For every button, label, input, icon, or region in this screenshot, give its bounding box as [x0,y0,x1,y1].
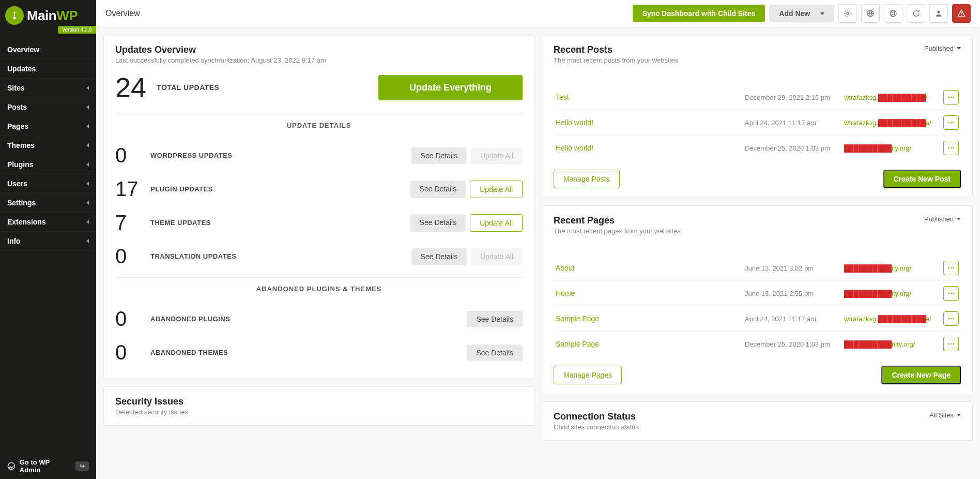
item-date: December 25, 2020 1:03 pm [745,144,838,152]
sidebar-item-posts[interactable]: Posts [0,98,96,117]
update-label: PLUGIN UPDATES [150,185,401,193]
chevron-left-icon [86,220,89,224]
page-title: Overview [105,9,140,18]
sidebar-item-updates[interactable]: Updates [0,59,96,79]
see-details-button[interactable]: See Details [410,181,466,198]
sidebar-item-pages[interactable]: Pages [0,117,96,136]
see-details-button[interactable]: See Details [410,214,466,232]
globe-icon-button[interactable] [861,4,880,23]
chevron-left-icon [86,86,89,90]
sidebar-item-themes[interactable]: Themes [0,136,96,155]
item-title-link[interactable]: Hello world! [556,144,739,152]
item-title-link[interactable]: Sample Page [556,340,739,348]
main: Overview Sync Dashboard with Child Sites… [96,0,980,479]
connection-filter-dropdown[interactable]: All Sites [929,411,961,419]
create-new-page-button[interactable]: Create New Page [881,366,961,384]
item-actions-button[interactable]: ⋯ [943,141,959,155]
pages-filter-dropdown[interactable]: Published [924,215,961,223]
item-site-link[interactable]: wtrafazksg.██████████/ [844,94,937,101]
see-details-button[interactable]: See Details [467,311,523,327]
chevron-left-icon [86,105,89,109]
recent-pages-title: Recent Pages [554,215,681,226]
sidebar-item-users[interactable]: Users [0,174,96,193]
connection-subtitle: Child sites connection status [554,423,639,431]
sidebar-item-plugins[interactable]: Plugins [0,155,96,174]
svg-point-5 [892,12,894,14]
update-all-button: Update All [471,248,523,265]
item-actions-button[interactable]: ⋯ [943,337,959,351]
content: Updates Overview Last successfully compl… [96,27,980,479]
updates-title: Updates Overview [115,44,326,55]
chevron-left-icon [86,162,89,167]
total-updates-count: 24 [115,73,146,101]
item-site-link[interactable]: ██████████ity.org/ [844,290,937,297]
sidebar-nav: OverviewUpdatesSitesPostsPagesThemesPlug… [0,40,96,251]
connection-title: Connection Status [554,411,639,422]
alert-icon-button[interactable] [952,4,971,23]
item-site-link[interactable]: ██████████ity.org/ [844,264,937,272]
item-actions-button[interactable]: ⋯ [943,115,959,130]
item-title-link[interactable]: About [556,264,739,272]
update-row: 7 THEME UPDATES See Details Update All [115,206,523,240]
abandoned-row: 0 ABANDONED PLUGINS See Details [115,302,523,336]
recent-posts-card: Recent Posts The most recent posts from … [542,35,973,198]
posts-filter-dropdown[interactable]: Published [924,44,961,52]
update-label: TRANSLATION UPDATES [150,252,402,260]
item-title-link[interactable]: Sample Page [556,315,739,323]
sidebar-footer[interactable]: Go to WP Admin ↪ [0,453,96,479]
item-title-link[interactable]: Test [556,93,739,101]
svg-point-0 [13,17,16,20]
item-site-link[interactable]: ██████████nity.org/ [844,340,937,348]
manage-pages-button[interactable]: Manage Pages [554,366,622,384]
item-actions-button[interactable]: ⋯ [943,90,959,104]
sidebar-item-label: Pages [7,122,28,130]
security-subtitle: Detected security issues [115,408,523,416]
sidebar-item-info[interactable]: Info [0,232,96,251]
sidebar-item-label: Extensions [7,218,46,226]
item-actions-button[interactable]: ⋯ [943,261,959,275]
see-details-button[interactable]: See Details [411,248,467,265]
chat-icon-button[interactable] [907,4,925,23]
sidebar-item-overview[interactable]: Overview [0,40,96,59]
sidebar-item-settings[interactable]: Settings [0,193,96,213]
help-icon-button[interactable] [884,4,902,23]
update-count: 17 [115,177,141,201]
goto-wp-admin-button[interactable]: ↪ [75,461,89,471]
item-actions-button[interactable]: ⋯ [943,286,959,301]
item-actions-button[interactable]: ⋯ [943,311,959,326]
see-details-button[interactable]: See Details [467,345,523,361]
item-date: December 25, 2020 1:03 pm [745,340,838,348]
update-row: 17 PLUGIN UPDATES See Details Update All [115,172,523,206]
item-title-link[interactable]: Hello world! [556,118,739,127]
item-title-link[interactable]: Home [556,289,739,297]
svg-point-2 [847,12,849,14]
abandoned-count: 0 [115,341,141,364]
item-date: June 13, 2021 2:55 pm [745,290,838,297]
manage-posts-button[interactable]: Manage Posts [554,170,620,188]
user-icon-button[interactable] [929,4,948,23]
sidebar-item-extensions[interactable]: Extensions [0,213,96,232]
recent-pages-card: Recent Pages The most recent pages from … [542,205,973,394]
list-item: Test December 29, 2021 2:16 pm wtrafazks… [554,85,961,110]
create-new-post-button[interactable]: Create New Post [883,170,961,188]
update-all-button[interactable]: Update All [470,181,523,198]
settings-icon-button[interactable] [838,4,857,23]
update-row: 0 WORDPRESS UPDATES See Details Update A… [115,139,523,172]
item-site-link[interactable]: wtrafazksg.██████████e/ [844,119,937,127]
chevron-down-icon [820,12,824,15]
update-everything-button[interactable]: Update Everything [378,75,523,100]
chevron-left-icon [86,201,89,205]
see-details-button[interactable]: See Details [411,147,467,164]
sidebar-item-sites[interactable]: Sites [0,79,96,98]
add-new-button[interactable]: Add New [769,5,834,22]
sync-button[interactable]: Sync Dashboard with Child Sites [633,5,765,22]
update-all-button[interactable]: Update All [470,214,523,232]
sidebar-item-label: Posts [7,103,27,111]
item-site-link[interactable]: ██████████ity.org/ [844,144,937,152]
abandoned-header: ABANDONED PLUGINS & THEMES [115,277,523,293]
goto-wp-admin-label: Go to WP Admin [20,458,71,474]
updates-overview-card: Updates Overview Last successfully compl… [103,35,534,379]
item-date: June 13, 2021 3:02 pm [745,264,838,272]
svg-point-6 [937,11,940,13]
item-site-link[interactable]: wtrafazksg.██████████e/ [844,315,937,323]
